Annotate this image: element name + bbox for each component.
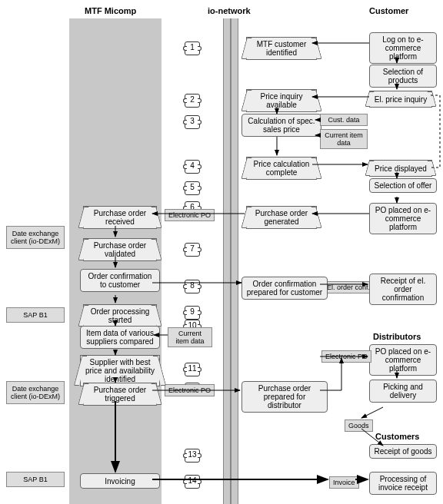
mtf-compare: Item data of various suppliers compared bbox=[80, 326, 160, 349]
step-1: 1 bbox=[185, 41, 200, 55]
dist-picking: Picking and delivery bbox=[369, 380, 437, 403]
cust-seloffer: Selection of offer bbox=[369, 178, 437, 193]
step-2: 2 bbox=[185, 94, 200, 108]
cust-elprice: El. price inquiry bbox=[369, 91, 432, 108]
chip-invoice: Invoice bbox=[329, 476, 359, 489]
io-podist: Purchase order prepared for distributor bbox=[241, 381, 328, 413]
header-customer: Customer bbox=[369, 6, 408, 15]
mtf-invoice: Invoicing bbox=[80, 473, 160, 489]
step-13: 13 bbox=[185, 449, 200, 463]
step-9: 9 bbox=[185, 306, 200, 320]
step-3: 3 bbox=[185, 115, 200, 129]
chip-curitem: Current item data bbox=[168, 327, 212, 347]
chip-epo1: Electronic PO bbox=[165, 209, 215, 221]
lane-io-bg2 bbox=[231, 18, 238, 504]
mtf-bestsup: Supplier with best price and availabilit… bbox=[80, 355, 160, 386]
customers-label: Customers bbox=[375, 432, 419, 441]
cust-logon: Log on to e-commerce platform bbox=[369, 32, 437, 64]
io-pogen: Purchase order generated bbox=[246, 206, 317, 229]
step-7: 7 bbox=[185, 243, 200, 257]
io-confprep: Order confirmation prepared for customer bbox=[241, 277, 328, 300]
chip-itemdata: Current item data bbox=[320, 129, 368, 149]
step-4: 4 bbox=[185, 160, 200, 174]
dist-po: PO placed on e-commerce platform bbox=[369, 344, 437, 376]
lane-io-bg bbox=[223, 18, 231, 504]
side-dexm1: Date exchange client (io-DExM) bbox=[6, 226, 65, 249]
cust-recgoods: Receipt of goods bbox=[369, 444, 437, 459]
side-sap1: SAP B1 bbox=[6, 307, 65, 323]
step-11: 11 bbox=[185, 363, 200, 376]
cust-procinv: Processing of invoice receipt bbox=[369, 472, 437, 495]
io-identified: MTF customer identified bbox=[246, 37, 317, 60]
header-mtf: MTF Micomp bbox=[85, 6, 136, 15]
mtf-porec: Purchase order received bbox=[83, 206, 157, 229]
lane-mtf-bg bbox=[69, 18, 162, 504]
chip-custdata: Cust. data bbox=[320, 114, 368, 126]
io-calc: Calculation of spec. sales price bbox=[241, 114, 321, 137]
chip-epo2: Electronic PO bbox=[165, 384, 215, 396]
step-14: 14 bbox=[185, 475, 200, 489]
header-io: io-network bbox=[208, 6, 251, 15]
cust-displayed: Price displayed bbox=[369, 160, 432, 177]
mtf-conf: Order confirmation to customer bbox=[80, 269, 160, 292]
chip-goods: Goods bbox=[345, 419, 373, 432]
chip-epo3: Electronic PO bbox=[321, 350, 371, 363]
io-complete: Price calculation complete bbox=[246, 157, 317, 180]
cust-poplaced: PO placed on e-commerce platform bbox=[369, 203, 437, 234]
cust-receipt: Receipt of el. order confirmation bbox=[369, 274, 437, 305]
side-sap2: SAP B1 bbox=[6, 472, 65, 487]
cust-select: Selection of products bbox=[369, 65, 437, 88]
side-dexm2: Date exchange client (io-DExM) bbox=[6, 381, 65, 404]
mtf-procstart: Order processing started bbox=[83, 304, 157, 327]
mtf-potrig: Purchase order triggered bbox=[83, 383, 157, 406]
io-inquiry: Price inquiry available bbox=[246, 89, 317, 112]
distributors-label: Distributors bbox=[373, 332, 421, 341]
step-8: 8 bbox=[185, 280, 200, 293]
step-5: 5 bbox=[185, 181, 200, 195]
chip-elconf: El. order conf. bbox=[323, 281, 374, 293]
mtf-poval: Purchase order validated bbox=[83, 238, 157, 261]
